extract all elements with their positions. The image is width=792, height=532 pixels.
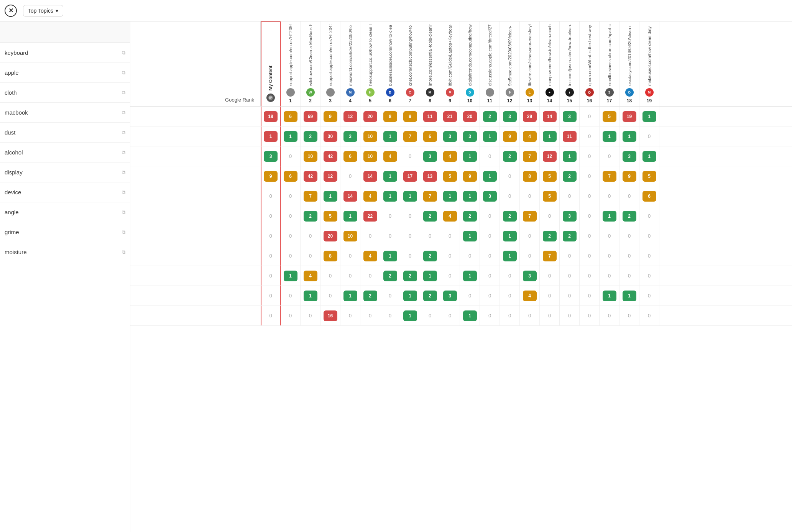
column-header: businessinsider.com/how-to-clea B 6 xyxy=(380,21,400,106)
data-cell: 0 xyxy=(600,266,619,286)
cell-badge: 5 xyxy=(443,171,457,182)
cell-badge: 1 xyxy=(463,310,477,321)
data-cell: 3 xyxy=(440,126,460,146)
data-cell: 0 xyxy=(540,306,560,325)
site-url: smallbusiness.chron.com/apart-c xyxy=(607,25,612,86)
cell-badge: 1 xyxy=(383,191,397,202)
copy-icon[interactable]: ⧉ xyxy=(122,249,125,255)
copy-icon[interactable]: ⧉ xyxy=(122,90,125,96)
rank-number: 4 xyxy=(349,98,352,103)
data-cell: 0 xyxy=(580,186,600,206)
data-cell: 2 xyxy=(301,126,320,146)
cell-badge: 1 xyxy=(264,131,278,142)
my-content-icon xyxy=(266,94,275,102)
dropdown-label: Top Topics xyxy=(28,8,53,14)
copy-icon[interactable]: ⧉ xyxy=(122,149,125,156)
column-header: wikihow.com/Clean-a-MacBook-P W 2 xyxy=(301,21,320,106)
cell-zero: 0 xyxy=(289,293,292,299)
cell-zero: 0 xyxy=(369,233,371,239)
data-cell: 0 xyxy=(619,246,639,266)
data-cell: 4 xyxy=(301,266,320,286)
cell-zero: 0 xyxy=(588,213,591,219)
cell-badge: 20 xyxy=(324,231,337,241)
data-cell: 3 xyxy=(560,107,580,126)
data-cell: 0 xyxy=(340,166,360,186)
data-cell: 0 xyxy=(639,286,659,305)
copy-icon[interactable]: ⧉ xyxy=(122,50,125,56)
cell-zero: 0 xyxy=(588,233,591,239)
cell-zero: 0 xyxy=(588,293,591,299)
cell-badge: 1 xyxy=(603,291,616,301)
cell-badge: 9 xyxy=(503,131,517,142)
data-cell: 20 xyxy=(320,226,340,246)
data-cell: 1 xyxy=(480,126,500,146)
cell-zero: 0 xyxy=(628,233,631,239)
data-cell: 1 xyxy=(380,126,400,146)
cell-badge: 6 xyxy=(642,191,656,202)
rank-number: 14 xyxy=(547,98,552,103)
my-content-cell: 0 xyxy=(261,266,281,286)
copy-icon[interactable]: ⧉ xyxy=(122,209,125,215)
cell-badge: 6 xyxy=(284,111,297,122)
data-cell: 2 xyxy=(619,206,639,226)
close-button[interactable]: ✕ xyxy=(5,5,17,17)
data-cells: 0002010000001010220000 xyxy=(261,226,659,246)
copy-icon[interactable]: ⧉ xyxy=(122,130,125,136)
data-cell: 7 xyxy=(400,126,420,146)
data-cells: 002512200242027030120 xyxy=(261,206,659,226)
cell-zero: 0 xyxy=(269,273,272,279)
cell-zero: 0 xyxy=(648,273,651,279)
cell-badge: 2 xyxy=(423,251,437,261)
cell-badge: 2 xyxy=(423,211,437,222)
data-cell: 1 xyxy=(460,186,480,206)
copy-icon[interactable]: ⧉ xyxy=(122,229,125,235)
data-cell: 0 xyxy=(540,266,560,286)
data-cell: 1 xyxy=(281,126,301,146)
data-cell: 0 xyxy=(480,146,500,166)
cell-badge: 1 xyxy=(603,131,616,142)
column-header: support.apple.com/en-us/HT2041 3 xyxy=(320,21,340,106)
data-cell: 1 xyxy=(281,266,301,286)
copy-icon[interactable]: ⧉ xyxy=(122,110,125,116)
rank-number: 5 xyxy=(369,98,371,103)
topic-list-item: apple ⧉ xyxy=(0,63,130,83)
data-cell: 0 xyxy=(580,286,600,305)
data-cell: 1 xyxy=(540,126,560,146)
right-panel[interactable]: Google Rank My Content support.apple.com… xyxy=(130,21,792,532)
data-cell: 0 xyxy=(480,286,500,305)
data-cell: 0 xyxy=(281,146,301,166)
cell-zero: 0 xyxy=(508,193,511,199)
data-cell: 0 xyxy=(520,186,540,206)
data-cell: 7 xyxy=(301,186,320,206)
data-cell: 0 xyxy=(360,226,380,246)
cell-zero: 0 xyxy=(369,313,371,319)
data-cell: 0 xyxy=(560,266,580,286)
data-cell: 8 xyxy=(380,107,400,126)
cell-zero: 0 xyxy=(628,313,631,319)
cell-zero: 0 xyxy=(349,253,352,259)
topics-dropdown[interactable]: Top Topics ▾ xyxy=(23,5,63,16)
data-cell: 2 xyxy=(301,206,320,226)
data-cell: 10 xyxy=(360,146,380,166)
data-cell: 11 xyxy=(420,107,440,126)
rank-number: 3 xyxy=(329,98,332,103)
cell-badge: 30 xyxy=(324,131,337,142)
cell-zero: 0 xyxy=(588,193,591,199)
rank-number: 10 xyxy=(467,98,472,103)
column-header: smallbusiness.chron.com/apart-c S 17 xyxy=(600,21,619,106)
copy-icon[interactable]: ⧉ xyxy=(122,169,125,176)
copy-icon[interactable]: ⧉ xyxy=(122,189,125,195)
data-cell: 3 xyxy=(340,126,360,146)
data-cell: 7 xyxy=(520,206,540,226)
data-cell: 12 xyxy=(540,146,560,166)
cell-zero: 0 xyxy=(488,313,491,319)
data-cells: 00080410200010700000 xyxy=(261,246,659,266)
copy-icon[interactable]: ⧉ xyxy=(122,70,125,76)
site-icon xyxy=(286,88,295,97)
data-cell: 2 xyxy=(420,286,440,305)
site-icon: M xyxy=(346,88,355,97)
site-url: makeuseof.com/how-clean-dirty- xyxy=(647,25,652,86)
data-cell: 0 xyxy=(301,246,320,266)
data-cell: 0 xyxy=(639,266,659,286)
data-cell: 3 xyxy=(480,186,500,206)
